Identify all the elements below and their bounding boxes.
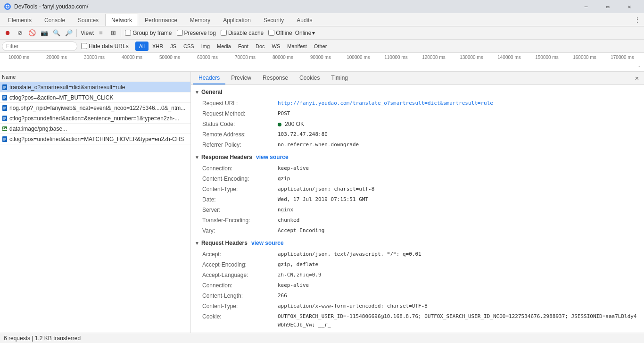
rqh-connection-value: keep-alive	[278, 281, 309, 290]
response-headers-view-source[interactable]: view source	[256, 154, 289, 160]
tab-performance[interactable]: Performance	[139, 14, 183, 26]
rqh-accept-row: Accept: application/json, text/javascrip…	[191, 249, 644, 259]
close-panel-button[interactable]: ✕	[633, 74, 641, 82]
stop-button[interactable]: ⊘	[14, 28, 25, 38]
tab-memory[interactable]: Memory	[184, 14, 216, 26]
rqh-connection-row: Connection: keep-alive	[191, 280, 644, 291]
filter-img[interactable]: Img	[198, 42, 213, 51]
preserve-log-checkbox[interactable]: Preserve log	[177, 30, 216, 36]
group-frame-checkbox[interactable]: Group by frame	[125, 30, 172, 36]
maximize-button[interactable]: ▭	[597, 0, 619, 13]
general-arrow: ▼	[195, 90, 199, 95]
clear-button[interactable]: 🚫	[26, 28, 38, 38]
filter-doc[interactable]: Doc	[252, 42, 268, 51]
network-list-header: Name	[0, 72, 190, 82]
rh-server-row: Server: nginx	[191, 205, 644, 215]
rh-vary-key: Vary:	[202, 226, 278, 235]
filter-media[interactable]: Media	[214, 42, 234, 51]
remote-address-value: 103.72.47.248:80	[278, 130, 328, 139]
rqh-accept-language-key: Accept-Language:	[202, 271, 278, 279]
detail-tabs: Headers Preview Response Cookies Timing …	[191, 72, 644, 85]
tab-audits[interactable]: Audits	[290, 14, 318, 26]
response-headers-section-header[interactable]: ▼ Response Headers view source	[191, 152, 644, 162]
request-method-value: POST	[278, 109, 290, 118]
rh-encoding-row: Content-Encoding: gzip	[191, 174, 644, 184]
timeline-label-1: 10000 ms	[0, 55, 38, 60]
rh-date-row: Date: Wed, 17 Jul 2019 07:15:51 GMT	[191, 194, 644, 205]
rh-vary-row: Vary: Accept-Encoding	[191, 226, 644, 236]
rqh-accept-encoding-key: Accept-Encoding:	[202, 260, 278, 269]
filter-js[interactable]: JS	[167, 42, 180, 51]
filter-ws[interactable]: WS	[269, 42, 284, 51]
filter-manifest[interactable]: Manifest	[284, 42, 310, 51]
filter-input[interactable]	[2, 42, 77, 51]
timeline-label-14: 140000 ms	[490, 55, 528, 60]
remote-address-row: Remote Address: 103.72.47.248:80	[191, 129, 644, 140]
rh-encoding-value: gzip	[278, 175, 290, 183]
rh-server-key: Server:	[202, 206, 278, 214]
record-button[interactable]: ⏺	[2, 28, 13, 38]
network-item-4[interactable]: ctlog?pos=undefined&action=&sentence_num…	[0, 113, 190, 124]
timeline-label-8: 80000 ms	[264, 55, 302, 60]
rqh-content-type-value: application/x-www-form-urlencoded; chars…	[278, 302, 428, 310]
request-headers-section-header[interactable]: ▼ Request Headers view source	[191, 238, 644, 248]
online-select[interactable]: Online ▾	[295, 30, 315, 36]
tab-network[interactable]: Network	[105, 14, 138, 26]
more-tabs-button[interactable]: ⋮	[631, 14, 644, 26]
filter-css[interactable]: CSS	[180, 42, 198, 51]
detail-tab-preview[interactable]: Preview	[225, 72, 257, 84]
timeline-label-12: 120000 ms	[415, 55, 453, 60]
doc-icon-2	[2, 95, 8, 100]
filter-button[interactable]: 🔍	[51, 28, 62, 38]
tab-sources[interactable]: Sources	[72, 14, 105, 26]
request-headers-section-content: Accept: application/json, text/javascrip…	[191, 248, 644, 332]
detail-tab-response[interactable]: Response	[257, 72, 294, 84]
timeline-label-13: 130000 ms	[453, 55, 490, 60]
tab-application[interactable]: Application	[217, 14, 257, 26]
tab-security[interactable]: Security	[257, 14, 290, 26]
tab-console[interactable]: Console	[38, 14, 71, 26]
rh-connection-value: keep-alive	[278, 164, 309, 173]
detail-tab-headers[interactable]: Headers	[193, 72, 225, 84]
status-dot	[278, 123, 281, 126]
general-section-header[interactable]: ▼ General	[191, 87, 644, 97]
disable-cache-checkbox[interactable]: Disable cache	[221, 30, 264, 36]
close-button[interactable]: ✕	[619, 0, 640, 13]
timeline-label-10: 100000 ms	[339, 55, 377, 60]
referrer-policy-row: Referrer Policy: no-referrer-when-downgr…	[191, 140, 644, 150]
main-content: Name translate_o?smartresult=dict&smartr…	[0, 72, 644, 333]
rqh-content-length-value: 266	[278, 292, 287, 300]
request-headers-view-source[interactable]: view source	[251, 240, 284, 246]
network-item-5[interactable]: data:image/png;base...	[0, 124, 190, 134]
timeline-label-15: 150000 ms	[528, 55, 566, 60]
network-list: Name translate_o?smartresult=dict&smartr…	[0, 72, 191, 333]
rh-connection-key: Connection:	[202, 164, 278, 173]
img-icon-5	[2, 126, 8, 132]
filter-other[interactable]: Other	[311, 42, 330, 51]
offline-checkbox[interactable]: Offline	[268, 30, 292, 36]
filter-xhr[interactable]: XHR	[149, 42, 166, 51]
minimize-button[interactable]: ─	[575, 0, 597, 13]
detail-tab-timing[interactable]: Timing	[325, 72, 354, 84]
devtools-tabs: Elements Console Sources Network Perform…	[0, 13, 644, 26]
timeline-end-marker: -	[638, 63, 640, 69]
timeline-label-2: 20000 ms	[38, 55, 75, 60]
tab-elements[interactable]: Elements	[2, 14, 38, 26]
view-grid-button[interactable]: ⊞	[107, 28, 119, 38]
filter-all[interactable]: All	[135, 42, 149, 51]
view-label: View:	[81, 30, 94, 36]
filter-font[interactable]: Font	[235, 42, 252, 51]
search-button[interactable]: 🔎	[63, 28, 74, 38]
detail-tab-cookies[interactable]: Cookies	[294, 72, 325, 84]
screenshot-button[interactable]: 📷	[39, 28, 50, 38]
hide-data-urls-checkbox[interactable]: Hide data URLs	[81, 43, 129, 50]
request-url-key: Request URL:	[202, 99, 278, 108]
network-item-6[interactable]: ctlog?pos=undefined&action=MATCHING_HOVE…	[0, 134, 190, 144]
timeline-label-3: 30000 ms	[75, 55, 113, 60]
network-item-name-1: translate_o?smartresult=dict&smartresult…	[9, 84, 189, 91]
view-list-button[interactable]: ≡	[95, 28, 107, 38]
network-item-1[interactable]: translate_o?smartresult=dict&smartresult…	[0, 82, 190, 92]
network-item-3[interactable]: rlog.php?_npid=fanyiweb&_ncat=event&_nco…	[0, 103, 190, 113]
network-item-2[interactable]: ctlog?pos=&action=MT_BUTTON_CLICK	[0, 92, 190, 103]
divider-2	[121, 29, 121, 37]
